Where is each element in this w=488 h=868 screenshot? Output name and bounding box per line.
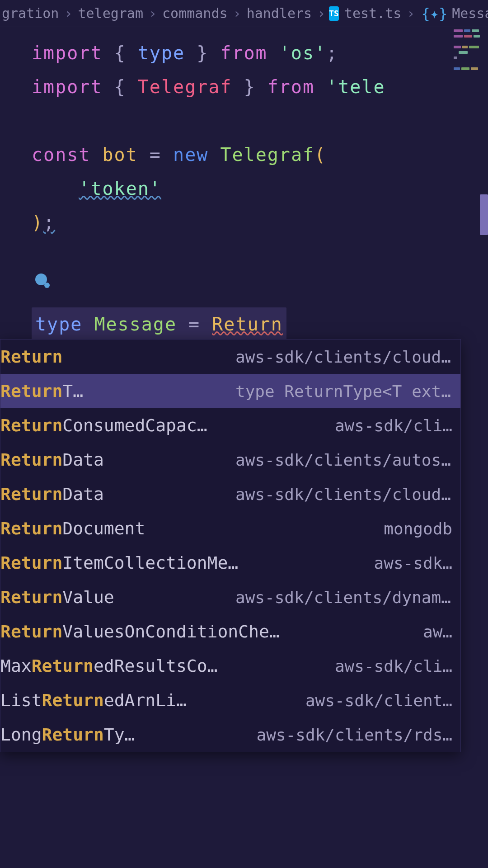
punct: ; xyxy=(43,212,55,233)
code-line[interactable]: ); xyxy=(32,206,488,240)
autocomplete-item-name: ReturnData xyxy=(0,484,104,504)
code-line[interactable] xyxy=(32,274,488,307)
autocomplete-item[interactable]: ReturnDataaws-sdk/clients/cloudwa… xyxy=(0,477,460,511)
autocomplete-item-name: ReturnValuesOnConditionChec… xyxy=(0,622,281,642)
punct: } xyxy=(185,42,208,63)
variable: bot xyxy=(103,144,138,165)
chevron-right-icon: › xyxy=(61,5,76,21)
autocomplete-item-detail: aws-sdk/clients/cloudwa… xyxy=(226,485,452,504)
minimap[interactable] xyxy=(454,29,486,142)
breadcrumb-item[interactable]: telegram xyxy=(76,5,145,21)
autocomplete-item[interactable]: ReturnValuesOnConditionChec…aw… xyxy=(0,614,460,649)
identifier: Return xyxy=(212,314,283,335)
autocomplete-item-name: ReturnValue xyxy=(0,587,114,607)
keyword: type xyxy=(35,314,82,335)
keyword: import xyxy=(32,42,103,63)
autocomplete-item[interactable]: ReturnDocumentmongodb xyxy=(0,511,460,546)
autocomplete-item-detail: aw… xyxy=(414,623,452,641)
editor-area[interactable]: import { type } from 'os'; import { Tele… xyxy=(0,27,488,341)
chevron-right-icon: › xyxy=(403,5,418,21)
breadcrumb-item[interactable]: commands xyxy=(160,5,230,21)
punct: { xyxy=(114,42,138,63)
autocomplete-item-name: ReturnT… xyxy=(0,381,83,401)
autocomplete-item-detail: aws-sdk/clients/cloudsear… xyxy=(226,348,452,366)
keyword: type xyxy=(138,42,185,63)
code-line[interactable]: import { type } from 'os'; xyxy=(32,36,488,70)
breadcrumb[interactable]: gration › telegram › commands › handlers… xyxy=(0,0,488,27)
code-line[interactable]: type Message = Return xyxy=(32,307,488,341)
autocomplete-item-detail: aws-sdk/clients/dynamo… xyxy=(226,588,452,607)
autocomplete-item-detail: aws-sdk/client… xyxy=(296,691,452,710)
autocomplete-item-detail: aws-sdk/clients/autosca… xyxy=(226,451,452,469)
class: Telegraf xyxy=(220,144,314,165)
autocomplete-item-name: MaxReturnedResultsCo… xyxy=(0,656,217,676)
autocomplete-popup[interactable]: Returnaws-sdk/clients/cloudsear…ReturnT…… xyxy=(0,339,461,752)
code-line[interactable]: import { Telegraf } from 'tele xyxy=(32,70,488,104)
breadcrumb-file[interactable]: test.ts xyxy=(343,5,403,21)
autocomplete-item[interactable]: ListReturnedArnLi…aws-sdk/client… xyxy=(0,683,460,717)
autocomplete-item-detail: aws-sdk/clients/rds… xyxy=(248,726,452,744)
scrollbar-thumb[interactable] xyxy=(480,194,488,235)
autocomplete-item-name: Return xyxy=(0,347,62,367)
breadcrumb-item[interactable]: gration xyxy=(0,5,61,21)
string: 'token' xyxy=(79,178,161,199)
punct: { xyxy=(114,76,138,97)
autocomplete-item[interactable]: ReturnT…type ReturnType<T extends… xyxy=(0,374,460,408)
chevron-right-icon: › xyxy=(145,5,160,21)
autocomplete-item[interactable]: Returnaws-sdk/clients/cloudsear… xyxy=(0,340,460,374)
code-line[interactable] xyxy=(32,240,488,274)
autocomplete-item[interactable]: ReturnItemCollectionMe…aws-sdk… xyxy=(0,546,460,580)
string: 'os' xyxy=(279,42,326,63)
string: 'tele xyxy=(326,76,385,97)
autocomplete-item-detail: aws-sdk… xyxy=(365,554,452,572)
punct: } xyxy=(232,76,255,97)
autocomplete-item-detail: aws-sdk/cli… xyxy=(326,657,452,675)
autocomplete-item-name: ReturnItemCollectionMe… xyxy=(0,553,238,573)
keyword: from xyxy=(267,76,314,97)
keyword: from xyxy=(220,42,267,63)
type-name: Message xyxy=(94,314,177,335)
autocomplete-item-name: ReturnConsumedCapac… xyxy=(0,415,207,435)
code-line[interactable] xyxy=(32,104,488,138)
punct: ( xyxy=(314,144,326,165)
keyword: import xyxy=(32,76,103,97)
breadcrumb-item[interactable]: handlers xyxy=(245,5,314,21)
autocomplete-item[interactable]: ReturnConsumedCapac…aws-sdk/cli… xyxy=(0,408,460,443)
code-line[interactable]: 'token' xyxy=(32,172,488,206)
autocomplete-item-detail: type ReturnType<T extends… xyxy=(226,382,452,401)
punct: ; xyxy=(326,42,338,63)
autocomplete-item[interactable]: ReturnValueaws-sdk/clients/dynamo… xyxy=(0,580,460,614)
autocomplete-item[interactable]: LongReturnTy…aws-sdk/clients/rds… xyxy=(0,717,460,752)
chevron-right-icon: › xyxy=(314,5,329,21)
autocomplete-item-name: ReturnDocument xyxy=(0,519,145,538)
keyword: const xyxy=(32,144,90,165)
identifier: Telegraf xyxy=(138,76,232,97)
autocomplete-item-detail: aws-sdk/cli… xyxy=(326,416,452,435)
lightbulb-icon[interactable] xyxy=(35,274,47,285)
autocomplete-item-detail: mongodb xyxy=(375,519,452,538)
symbol-type-icon: {✦} xyxy=(421,5,447,22)
autocomplete-item-name: ListReturnedArnLi… xyxy=(0,690,187,710)
autocomplete-item-name: LongReturnTy… xyxy=(0,725,135,745)
autocomplete-item[interactable]: ReturnDataaws-sdk/clients/autosca… xyxy=(0,443,460,477)
autocomplete-item[interactable]: MaxReturnedResultsCo…aws-sdk/cli… xyxy=(0,649,460,683)
punct: ) xyxy=(32,212,43,233)
keyword: new xyxy=(173,144,208,165)
code-line[interactable]: const bot = new Telegraf( xyxy=(32,138,488,172)
punct: = xyxy=(150,144,161,165)
ts-file-icon: TS xyxy=(329,6,339,21)
autocomplete-item-name: ReturnData xyxy=(0,450,104,470)
chevron-right-icon: › xyxy=(230,5,245,21)
breadcrumb-symbol[interactable]: Message xyxy=(450,5,488,21)
punct: = xyxy=(188,314,200,335)
